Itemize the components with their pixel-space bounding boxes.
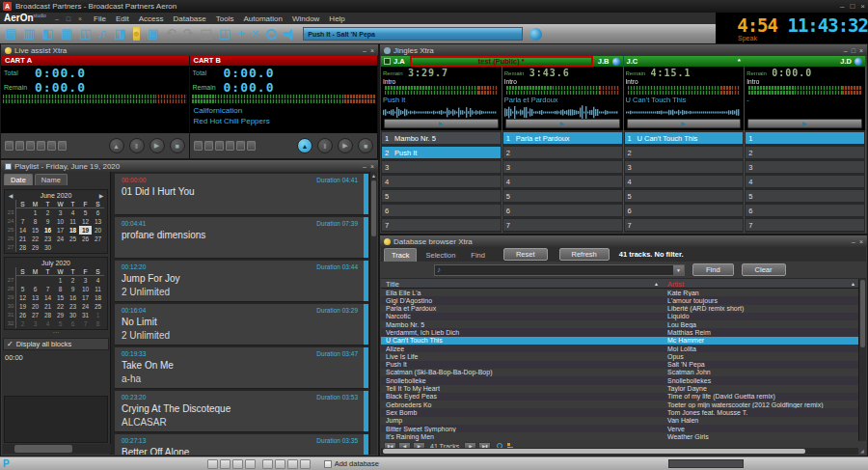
- maximize-button[interactable]: □: [850, 2, 854, 11]
- status-button-3[interactable]: [232, 459, 243, 469]
- sidebar-hscrollbar[interactable]: [3, 444, 111, 454]
- menu-edit[interactable]: Edit: [116, 14, 129, 23]
- clear-button[interactable]: Clear: [742, 263, 786, 276]
- jingle-slot[interactable]: 1Mambo Nr. 5: [381, 131, 502, 145]
- playlist-controls[interactable]: –×: [363, 163, 374, 170]
- cart-icon[interactable]: ◧: [42, 27, 54, 41]
- table-row[interactable]: Bitter Sweet SymphonyVerve: [381, 425, 858, 432]
- jingle-slot[interactable]: 1Parla et Pardoux: [502, 131, 623, 145]
- save-icon[interactable]: ▣: [147, 27, 158, 41]
- deck-play-button[interactable]: ▶: [384, 119, 499, 128]
- tab-find[interactable]: Find: [464, 249, 492, 262]
- cart-a-preset-6[interactable]: [58, 141, 67, 151]
- paste-icon[interactable]: ◰: [219, 27, 231, 41]
- calendar-day[interactable]: 2: [67, 276, 79, 285]
- table-row[interactable]: AlizeeMoi Lolita: [381, 345, 858, 352]
- status-button-6[interactable]: [275, 459, 285, 469]
- jingles-titlebar[interactable]: Jingles Xtra –□×: [380, 44, 867, 56]
- mixer-icon[interactable]: ◨: [114, 27, 125, 41]
- calendar-day[interactable]: 4: [41, 319, 54, 328]
- jingle-slot[interactable]: 4: [745, 175, 865, 188]
- menu-tools[interactable]: Tools: [216, 14, 234, 23]
- calendar-day[interactable]: 7: [16, 217, 29, 226]
- calendar-day[interactable]: 25: [92, 302, 104, 311]
- speaker-icon[interactable]: [284, 28, 296, 41]
- database-titlebar[interactable]: Database browser Xtra –×: [380, 235, 867, 247]
- cart-b-pause-button[interactable]: ‖: [317, 138, 333, 153]
- menu-file[interactable]: File: [94, 14, 106, 23]
- calendar-day[interactable]: 21: [16, 235, 29, 243]
- cart-a-preset-4[interactable]: [37, 141, 45, 151]
- jingle-slot[interactable]: 7: [745, 218, 865, 232]
- menu-database[interactable]: Database: [174, 14, 206, 23]
- calendar-day[interactable]: 30: [67, 311, 79, 319]
- globe-icon[interactable]: [529, 28, 542, 41]
- scroll-thumb[interactable]: [371, 180, 376, 236]
- jingle-slot[interactable]: 1: [745, 131, 865, 145]
- jingle-slot[interactable]: 5: [502, 189, 623, 203]
- calendar-day[interactable]: 13: [29, 293, 41, 302]
- table-row[interactable]: U Can't Touch ThisMc Hammer: [381, 337, 858, 345]
- column-title[interactable]: Title: [386, 280, 399, 289]
- calendar-day[interactable]: 24: [54, 235, 67, 243]
- calendar-day[interactable]: 28: [41, 311, 54, 319]
- calendar-day[interactable]: 10: [54, 217, 67, 226]
- jingle-slot[interactable]: 4: [381, 175, 502, 188]
- prev-month-icon[interactable]: ◀: [6, 192, 15, 199]
- table-row[interactable]: It's Raining MenWeather Girls: [381, 432, 858, 440]
- deck-play-button[interactable]: ▶: [747, 119, 862, 128]
- table-row[interactable]: Verdammt, Ich Lieb DichMatthias Reim: [381, 328, 858, 336]
- calendar-day[interactable]: 7: [41, 285, 54, 293]
- close-button[interactable]: ×: [860, 2, 865, 11]
- jingle-slot[interactable]: 4: [624, 175, 745, 188]
- mdi-window-controls[interactable]: – □ ×: [55, 15, 85, 22]
- refresh-button[interactable]: Refresh: [559, 248, 610, 261]
- calendar-day[interactable]: 8: [29, 217, 41, 226]
- calendar-day[interactable]: 22: [54, 302, 67, 311]
- sidebar-splitter[interactable]: ⋯: [2, 330, 110, 338]
- playlist-icon[interactable]: ▤: [5, 27, 16, 41]
- table-row[interactable]: Black Eyed PeasTime of my life (David Gu…: [381, 393, 858, 401]
- status-button-2[interactable]: [220, 459, 231, 469]
- calendar-day[interactable]: 14: [41, 293, 54, 302]
- jingle-slot[interactable]: 5: [745, 189, 865, 203]
- calendar-day[interactable]: 14: [16, 226, 29, 235]
- playlist-item[interactable]: 00:00:00Duration 04:4101 Did I Hurt You: [115, 174, 364, 215]
- calendar-day[interactable]: 21: [41, 302, 54, 311]
- calendar-day[interactable]: 27: [92, 235, 104, 243]
- table-row[interactable]: Gigi D'AgostinoL'amour toujours: [381, 296, 858, 304]
- calendar-day[interactable]: 4: [67, 208, 79, 217]
- scroll-up-icon[interactable]: ▲: [370, 172, 377, 180]
- jingle-slot[interactable]: 6: [381, 204, 502, 217]
- find-button[interactable]: Find: [692, 263, 734, 276]
- calendar-day[interactable]: 9: [67, 285, 79, 293]
- cart-b-stop-button[interactable]: ■: [358, 138, 373, 153]
- calendar-day[interactable]: 12: [16, 293, 29, 302]
- calendar-day[interactable]: 17: [54, 226, 67, 235]
- calendar-day[interactable]: 26: [79, 235, 92, 243]
- playlist-vscrollbar[interactable]: ▲: [369, 172, 377, 455]
- tab-date[interactable]: Date: [4, 174, 33, 185]
- tree-icon[interactable]: ◫: [79, 27, 91, 41]
- calendar-day[interactable]: 2: [16, 319, 29, 328]
- table-vscrollbar[interactable]: [858, 279, 866, 441]
- status-button-1[interactable]: [207, 459, 218, 469]
- cart-a-eject-button[interactable]: ▲: [109, 138, 124, 153]
- calendar-day[interactable]: 18: [92, 293, 104, 302]
- table-row[interactable]: Parla et PardouxLiberté (ARD remix short…: [381, 305, 858, 313]
- calendar-day[interactable]: 5: [16, 285, 29, 293]
- calendar-day[interactable]: 27: [29, 311, 41, 319]
- cart-b-preset-1[interactable]: [194, 141, 203, 151]
- next-month-icon[interactable]: ▶: [96, 192, 106, 199]
- calendar-day[interactable]: 20: [29, 302, 41, 311]
- calendar-day[interactable]: 18: [67, 226, 79, 235]
- jingle-slot[interactable]: 2Push It: [381, 146, 502, 159]
- calendar-day[interactable]: 23: [67, 302, 79, 311]
- jingle-slot[interactable]: 3: [624, 160, 745, 174]
- table-row[interactable]: Sex BombTom Jones feat. Mousse T.: [381, 408, 858, 416]
- delete-icon[interactable]: ×: [252, 27, 259, 41]
- jingle-slot[interactable]: 2: [745, 146, 865, 159]
- table-row[interactable]: Mambo Nr. 5Lou Bega: [381, 320, 858, 328]
- calendar-day[interactable]: 12: [79, 217, 92, 226]
- menu-access[interactable]: Access: [139, 14, 164, 23]
